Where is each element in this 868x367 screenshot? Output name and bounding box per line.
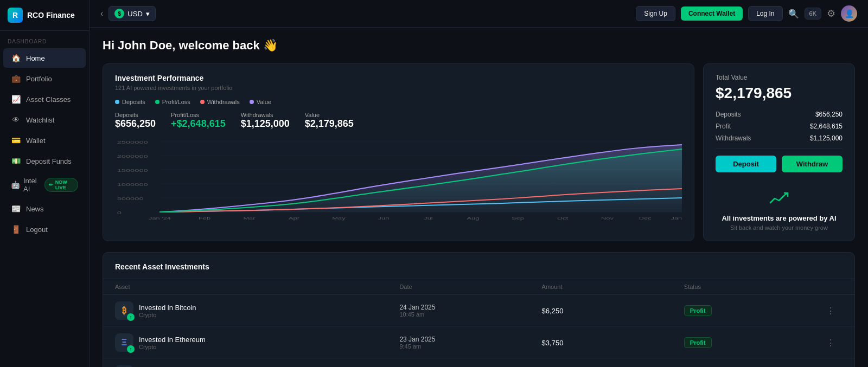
svg-text:500000: 500000 — [117, 196, 144, 201]
topbar-right: Sign Up Connect Wallet Log In 🔍 6K ⚙ 👤 — [636, 5, 857, 22]
col-amount: Amount — [542, 284, 684, 290]
svg-text:Apr: Apr — [289, 216, 300, 220]
search-button[interactable]: 🔍 — [788, 9, 799, 19]
watchlist-icon: 👁 — [11, 115, 21, 125]
date-cell: 24 Jan 2025 10:45 am — [399, 304, 541, 318]
chart-legend: Deposits Profit/Loss Withdrawals Value — [115, 99, 682, 105]
sidebar-item-label: Intel AI — [23, 177, 41, 193]
chart-svg: 2500000 2000000 1500000 1000000 500000 0 — [115, 137, 682, 221]
stat-withdrawals-label: Withdrawals — [241, 112, 290, 118]
portfolio-icon: 💼 — [11, 74, 21, 83]
sidebar-item-label: Home — [26, 54, 45, 62]
stat-profit-value: +$2,648,615 — [171, 118, 226, 130]
svg-text:2000000: 2000000 — [117, 154, 149, 159]
sidebar-logo: R RCO Finance — [0, 0, 89, 31]
stat-profit-label: Profit/Loss — [171, 112, 226, 118]
topbar-left: ‹ $ USD ▾ — [100, 6, 156, 21]
currency-selector[interactable]: $ USD ▾ — [108, 6, 155, 21]
sidebar-item-asset-classes[interactable]: 📈 Asset Classes — [3, 89, 86, 109]
svg-text:Feb: Feb — [199, 216, 210, 220]
ai-section: All investments are powered by AI Sit ba… — [716, 185, 843, 231]
stat-profit: Profit/Loss +$2,648,615 — [171, 112, 226, 130]
logout-icon: 🚪 — [11, 224, 21, 234]
svg-text:Oct: Oct — [557, 216, 568, 220]
settings-button[interactable]: ⚙ — [827, 8, 835, 20]
user-avatar[interactable]: 👤 — [841, 5, 857, 22]
withdrawals-dot — [200, 100, 205, 104]
svg-text:Nov: Nov — [601, 216, 614, 220]
asset-type: Crypto — [139, 312, 196, 318]
investment-card-subtitle: 121 AI powered investments in your portf… — [115, 85, 682, 91]
legend-withdrawals-label: Withdrawals — [207, 99, 240, 105]
cards-row: Investment Performance 121 AI powered in… — [103, 63, 855, 241]
status-badge: Profit — [684, 305, 712, 316]
value-dot — [250, 100, 254, 104]
sidebar-item-home[interactable]: 🏠 Home — [3, 48, 86, 68]
home-icon: 🏠 — [11, 53, 21, 63]
deposit-icon: 💵 — [11, 156, 21, 166]
deposit-button[interactable]: Deposit — [716, 156, 776, 172]
ai-section-title: All investments are powered by AI — [716, 214, 843, 222]
sidebar-item-label: Logout — [26, 226, 48, 234]
svg-text:Jan '25: Jan '25 — [671, 216, 682, 220]
wallet-icon: 💳 — [11, 136, 21, 145]
tv-withdrawals-value: $1,125,000 — [810, 134, 843, 142]
amount-cell: $6,250 — [542, 307, 684, 315]
date-main: 23 Jan 2025 — [399, 336, 541, 343]
legend-profit: Profit/Loss — [155, 99, 190, 105]
sidebar-item-deposit-funds[interactable]: 💵 Deposit Funds — [3, 151, 86, 171]
svg-text:0: 0 — [117, 210, 122, 215]
logo-text: RCO Finance — [27, 11, 75, 20]
stat-deposits: Deposits $656,250 — [115, 112, 156, 130]
sidebar-item-news[interactable]: 📰 News — [3, 199, 86, 218]
table-header: Asset Date Amount Status — [103, 279, 854, 295]
date-main: 24 Jan 2025 — [399, 304, 541, 311]
sidebar-item-label: Deposit Funds — [26, 157, 72, 165]
more-options-button[interactable]: ⋮ — [826, 306, 835, 316]
recent-investments-title: Recent Asset Investments — [103, 262, 854, 279]
login-button[interactable]: Log In — [748, 6, 782, 21]
notification-badge[interactable]: 6K — [805, 8, 821, 20]
withdraw-button[interactable]: Withdraw — [782, 156, 843, 172]
sidebar-item-watchlist[interactable]: 👁 Watchlist — [3, 110, 86, 130]
col-actions — [826, 284, 843, 290]
stats-row: Deposits $656,250 Profit/Loss +$2,648,61… — [115, 112, 682, 130]
svg-text:Jul: Jul — [424, 216, 432, 220]
tv-deposits-value: $656,250 — [815, 111, 843, 118]
asset-icon-wrap: Ξ ↑ — [115, 333, 133, 352]
page-content: Hi John Doe, welcome back 👋 Investment P… — [90, 28, 868, 367]
recent-investments-card: Recent Asset Investments Asset Date Amou… — [103, 252, 855, 367]
tv-row-withdrawals: Withdrawals $1,125,000 — [716, 134, 843, 142]
status-cell: Profit — [684, 337, 826, 348]
collapse-sidebar-button[interactable]: ‹ — [100, 9, 103, 18]
total-value-amount: $2,179,865 — [716, 85, 843, 102]
profit-dot — [155, 100, 159, 104]
signup-button[interactable]: Sign Up — [636, 6, 675, 21]
sidebar-item-logout[interactable]: 🚪 Logout — [3, 220, 86, 239]
now-live-badge: ✏ NOW LIVE — [44, 178, 78, 192]
sidebar-item-intel-ai[interactable]: 🤖 Intel AI ✏ NOW LIVE — [3, 172, 86, 198]
chevron-down-icon: ▾ — [146, 10, 150, 18]
sidebar-item-wallet[interactable]: 💳 Wallet — [3, 131, 86, 150]
svg-text:Jan '24: Jan '24 — [149, 216, 171, 220]
sidebar-section-label: DASHBOARD — [0, 31, 89, 48]
actions-cell: ⋮ — [826, 306, 843, 316]
ai-icon: 🤖 — [11, 180, 20, 190]
table-row: ₿ ↑ Invested in Bitcoin Crypto 24 Jan 20… — [103, 295, 854, 327]
topbar: ‹ $ USD ▾ Sign Up Connect Wallet Log In … — [90, 0, 868, 28]
sidebar-item-label: Wallet — [26, 137, 46, 145]
sidebar-item-label: Asset Classes — [26, 95, 71, 104]
sidebar-item-portfolio[interactable]: 💼 Portfolio — [3, 69, 86, 88]
stat-withdrawals-value: $1,125,000 — [241, 118, 290, 130]
asset-cell-ethereum: Ξ ↑ Invested in Ethereum Crypto — [115, 333, 399, 352]
total-value-card: Total Value $2,179,865 Deposits $656,250… — [703, 63, 855, 241]
more-options-button[interactable]: ⋮ — [826, 338, 835, 348]
legend-withdrawals: Withdrawals — [200, 99, 240, 105]
legend-deposits: Deposits — [115, 99, 145, 105]
currency-icon: $ — [114, 9, 124, 18]
legend-value: Value — [250, 99, 271, 105]
svg-text:Mar: Mar — [243, 216, 256, 220]
connect-wallet-button[interactable]: Connect Wallet — [681, 7, 743, 21]
asset-name: Invested in Bitcoin — [139, 304, 196, 312]
date-cell: 23 Jan 2025 9:45 am — [399, 336, 541, 350]
